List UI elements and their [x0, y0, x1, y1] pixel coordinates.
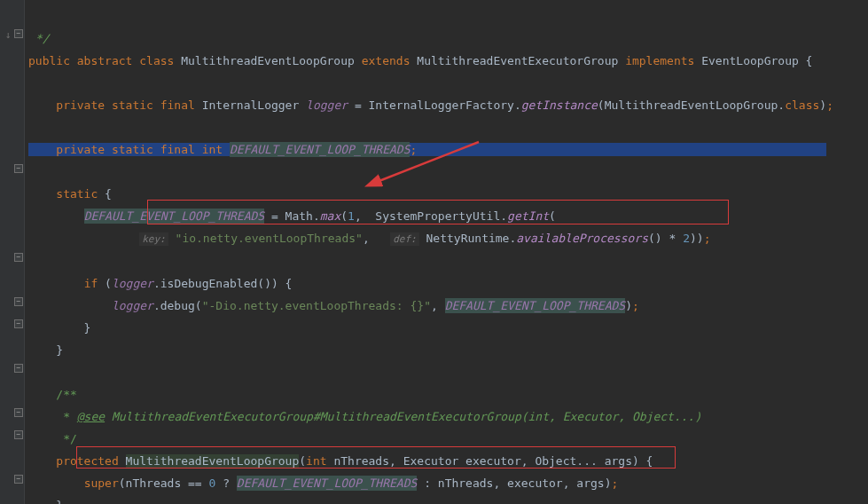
logger-field-line: private static final InternalLogger logg… — [56, 98, 833, 112]
class-decl-line: public abstract class MultithreadEventLo… — [28, 54, 812, 67]
javadoc-end: */ — [28, 432, 77, 445]
editor-gutter: − ↓ − − − − − − − − — [0, 0, 25, 504]
fold-marker[interactable]: − — [14, 408, 23, 417]
selected-identifier: DEFAULT_EVENT_LOOP_THREADS — [230, 142, 411, 157]
fold-marker[interactable]: − — [14, 253, 23, 262]
fold-marker[interactable]: − — [14, 29, 23, 38]
javadoc-see: * @see MultithreadEventExecutorGroup#Mul… — [28, 410, 701, 423]
param-hint-key: key: — [139, 232, 168, 246]
override-icon[interactable]: ↓ — [3, 30, 13, 41]
constructor-line: protected MultithreadEventLoopGroup(int … — [56, 454, 653, 468]
comment-end: */ — [28, 32, 49, 45]
code-editor[interactable]: */ public abstract class MultithreadEven… — [28, 0, 868, 504]
param-hint-def: def: — [390, 232, 419, 246]
javadoc-see-tag: @see — [77, 410, 105, 423]
static-block-line: static { — [56, 187, 112, 201]
close-brace: } — [28, 321, 90, 335]
close-brace: } — [28, 499, 63, 504]
fold-marker[interactable]: − — [14, 164, 23, 173]
fold-marker[interactable]: − — [14, 430, 23, 439]
assignment-line: DEFAULT_EVENT_LOOP_THREADS = Math.max(1,… — [84, 209, 556, 224]
highlighted-line: private static final int DEFAULT_EVENT_L… — [28, 143, 826, 156]
javadoc-start: /** — [28, 388, 77, 401]
fold-marker[interactable]: − — [14, 364, 23, 373]
fold-marker[interactable]: − — [14, 297, 23, 306]
fold-marker[interactable]: − — [14, 319, 23, 328]
super-call-line: super(nThreads == 0 ? DEFAULT_EVENT_LOOP… — [84, 476, 619, 491]
if-line: if (logger.isDebugEnabled()) { — [84, 277, 293, 290]
params-line: key: "io.netty.eventLoopThreads", def: N… — [139, 232, 710, 245]
debug-line: logger.debug("-Dio.netty.eventLoopThread… — [112, 298, 639, 313]
close-brace: } — [28, 343, 63, 357]
fold-marker[interactable]: − — [14, 475, 23, 484]
